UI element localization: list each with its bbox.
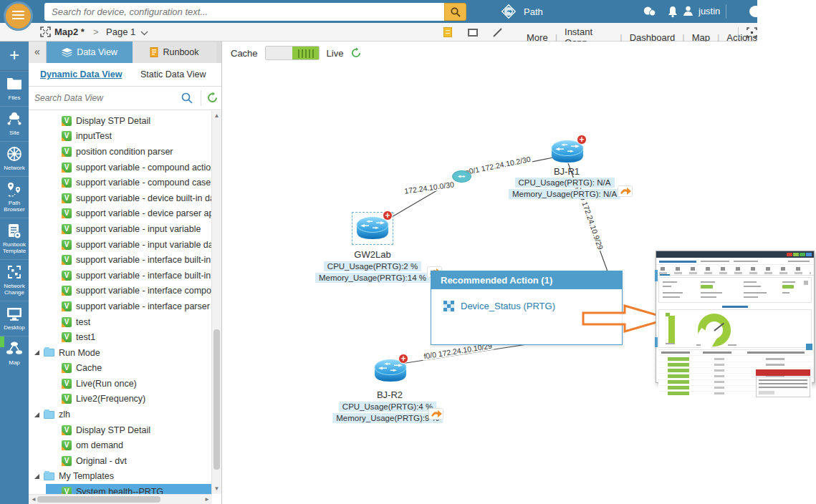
tree-item-om-demand[interactable]: Vom demand [29,437,212,453]
tree-item-label: Live2(Frequency) [76,394,145,404]
cpu-usage-chip[interactable]: CPU_Usage(PRTG):2 % [324,261,421,271]
dataview-template-icon: V [62,271,72,281]
tree-item-support-variable-input-variable[interactable]: Vsupport variable - input variable [29,221,212,237]
tree-item-support-variable-device-built-in-data[interactable]: Vsupport variable - device built-in data [29,190,212,206]
tree-item-support-variable-input-variable-data-t[interactable]: Vsupport variable - input variable data … [29,237,212,253]
sidebar-item-site[interactable]: Site [0,106,29,141]
expand-triangle-icon[interactable] [34,350,39,355]
dataview-template-icon: V [62,332,72,342]
tree-item-inputtest[interactable]: VinputTest [29,129,212,145]
device-name[interactable]: BJ-R1 [554,166,580,177]
scroll-up-icon[interactable]: ▲ [212,111,221,121]
tree-item-cache[interactable]: VCache [29,361,212,377]
tree-item-support-variable-interface-compound[interactable]: Vsupport variable - interface compound [29,284,212,299]
tree-item-test[interactable]: Vtest [29,314,212,330]
tree-item-display-stp-detail[interactable]: VDisplay STP Detail [29,422,212,438]
tree-item-run-mode[interactable]: Run Mode [29,345,212,361]
thumbnail-info-panel [658,277,812,303]
tree-item-display-stp-detail[interactable]: VDisplay STP Detail [29,113,212,129]
shape-tool-icon[interactable] [468,29,478,37]
tree-item-test1[interactable]: Vtest1 [29,329,212,345]
sidebar-item-path-browser[interactable]: Path Browser [0,176,29,218]
cpu-usage-chip[interactable]: CPU_Usage(PRTG):4 % [339,402,436,412]
sidebar-item-label: Runbook Template [0,241,29,254]
tree-item-label: support variable - compound action [76,163,212,173]
forward-action-icon[interactable] [618,185,633,197]
prtg-screenshot-thumbnail[interactable] [656,251,815,383]
tree-item-live2-frequency-[interactable]: VLive2(Frequency) [29,392,212,407]
memory-usage-chip[interactable]: Memory_Usage(PRTG):14 % [315,273,430,283]
tab-data-view[interactable]: Data View [47,42,133,63]
popup-title[interactable]: Recommended Action (1) [431,271,622,289]
tree-item-support-variable-compound-action[interactable]: Vsupport variable - compound action [29,160,212,175]
sidebar-item-network[interactable]: Network [0,141,29,176]
device-name[interactable]: GW2Lab [354,249,390,260]
tree-item-position-condition-parser[interactable]: Vposition condition parser [29,144,212,160]
map-title[interactable]: Map2 * [54,26,85,37]
device-metrics: CPU_Usage(PRTG): N/A Memory_Usage(PRTG):… [509,178,620,199]
topbar-divider [726,4,726,19]
user-menu[interactable]: justin [682,5,720,17]
main-menu-button[interactable] [4,1,33,31]
scroll-down-icon[interactable]: ▼ [212,484,221,494]
status-plus-badge[interactable]: + [383,210,393,220]
path-tool[interactable]: Path [500,3,543,20]
subtab-static-data-view[interactable]: Static Data View [140,69,206,79]
status-plus-badge[interactable]: + [398,354,408,364]
cache-label: Cache [231,48,258,59]
sidebar-item-map[interactable]: Map [0,336,29,371]
cpu-usage-chip[interactable]: CPU_Usage(PRTG): N/A [515,178,615,188]
search-button[interactable] [444,3,466,21]
refresh-icon[interactable] [206,92,219,104]
chevron-down-icon[interactable] [140,31,148,36]
subtab-dynamic-data-view[interactable]: Dynamic Data View [40,69,122,79]
tree-item-support-variable-interface-built-in-ref[interactable]: Vsupport variable - interface built-in r… [29,268,212,284]
chat-icon[interactable] [642,5,658,18]
notifications-bell-icon[interactable] [665,5,681,18]
tree-item-live-run-once-[interactable]: VLive(Run once) [29,376,212,392]
note-tool-icon[interactable] [443,27,452,37]
global-search-input[interactable] [44,3,444,21]
tab-label: Runbook [163,47,198,57]
forward-action-icon[interactable] [428,408,443,420]
map-toolbar: Map2 * > Page 1 More|Instant Qapp|Dashbo… [0,23,757,42]
media-node-icon[interactable] [452,170,471,183]
draw-line-icon[interactable] [493,28,503,37]
cache-live-toggle[interactable] [265,46,320,60]
tree-item-my-templates[interactable]: My Templates [29,469,212,485]
collapse-panel-button[interactable]: « [29,42,47,63]
page-selector[interactable]: Page 1 [106,26,135,37]
memory-usage-chip[interactable]: Memory_Usage(PRTG): N/A [509,189,620,199]
tree-item-support-variable-interface-parser[interactable]: Vsupport variable - interface parser [29,299,212,314]
dataview-search-input[interactable] [33,89,173,107]
sidebar-item-add[interactable]: + [0,42,29,71]
search-icon[interactable] [181,92,193,105]
sidebar-item-runbook-template[interactable]: Runbook Template [0,218,29,259]
status-plus-badge[interactable]: + [577,135,587,145]
tab-runbook[interactable]: Runbook [133,42,216,63]
sidebar-item-desktop[interactable]: Desktop [0,301,29,336]
focus-selection-icon[interactable] [747,27,757,38]
scrollbar-thumb[interactable] [213,329,220,470]
vertical-scrollbar[interactable]: ▲ ▼ [211,111,221,494]
tree-item-support-variable-device-parser-api[interactable]: Vsupport variable - device parser api [29,206,212,222]
tree-item-support-variable-interface-built-in-dat[interactable]: Vsupport variable - interface built-in d… [29,252,212,268]
thumbnail-alert [756,369,810,376]
tree-item-system-health-prtg[interactable]: VSystem health--PRTG [46,484,212,494]
tree-item-zlh[interactable]: zlh [29,407,212,422]
scrollbar-thumb[interactable] [37,496,160,503]
expand-triangle-icon[interactable] [34,412,39,417]
device-name[interactable]: BJ-R2 [377,389,403,400]
expand-triangle-icon[interactable] [34,474,39,479]
sidebar-item-network-change[interactable]: Network Change [0,259,29,301]
refresh-icon[interactable] [350,47,362,59]
horizontal-scrollbar[interactable]: ◄ ► [29,494,212,504]
tree-item-original-dvt[interactable]: VOriginal - dvt [29,453,212,469]
memory-usage-chip[interactable]: Memory_Usage(PRTG):9 % [332,413,443,423]
help-icon[interactable] [749,6,757,17]
scroll-right-icon[interactable]: ► [202,495,212,504]
map-canvas[interactable]: Cache Live g0/1 172.24.10.2/30 172.24.10… [222,42,816,504]
fit-map-icon[interactable] [40,26,51,37]
sidebar-item-files[interactable]: Files [0,71,29,106]
tree-item-support-variable-compound-case[interactable]: Vsupport variable - compound case [29,175,212,190]
